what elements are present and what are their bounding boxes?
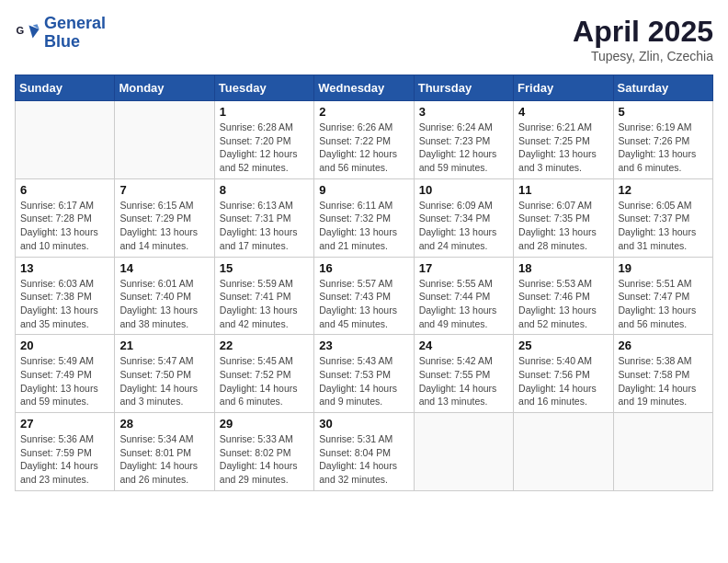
day-number: 18 [518, 261, 608, 275]
day-detail: Sunrise: 6:11 AMSunset: 7:32 PMDaylight:… [319, 199, 408, 253]
calendar-cell-w2-d3: 9Sunrise: 6:11 AMSunset: 7:32 PMDaylight… [314, 178, 414, 257]
header-sunday: Sunday [16, 75, 115, 101]
day-number: 22 [220, 339, 309, 352]
day-number: 8 [220, 183, 309, 197]
day-number: 21 [119, 339, 209, 352]
week-row-1: 1Sunrise: 6:28 AMSunset: 7:20 PMDaylight… [16, 101, 713, 179]
day-detail: Sunrise: 6:19 AMSunset: 7:26 PMDaylight:… [619, 121, 708, 175]
calendar-cell-w1-d1 [115, 101, 214, 179]
calendar-cell-w3-d3: 16Sunrise: 5:57 AMSunset: 7:43 PMDayligh… [314, 257, 414, 335]
day-number: 13 [20, 261, 109, 275]
title-block: April 2025 Tupesy, Zlin, Czechia [573, 15, 713, 63]
day-detail: Sunrise: 5:57 AMSunset: 7:43 PMDaylight:… [319, 277, 408, 331]
day-number: 4 [518, 105, 608, 119]
day-number: 26 [619, 339, 708, 352]
calendar-cell-w5-d6 [613, 413, 712, 491]
calendar-cell-w3-d6: 19Sunrise: 5:51 AMSunset: 7:47 PMDayligh… [613, 257, 712, 335]
day-detail: Sunrise: 6:21 AMSunset: 7:25 PMDaylight:… [518, 121, 608, 175]
day-detail: Sunrise: 6:28 AMSunset: 7:20 PMDaylight:… [220, 121, 309, 175]
location: Tupesy, Zlin, Czechia [573, 49, 713, 63]
calendar-cell-w2-d6: 12Sunrise: 6:05 AMSunset: 7:37 PMDayligh… [613, 178, 712, 257]
calendar-cell-w5-d3: 30Sunrise: 5:31 AMSunset: 8:04 PMDayligh… [314, 413, 414, 491]
calendar-cell-w3-d5: 18Sunrise: 5:53 AMSunset: 7:46 PMDayligh… [514, 257, 613, 335]
day-number: 2 [319, 105, 408, 119]
day-detail: Sunrise: 6:01 AMSunset: 7:40 PMDaylight:… [119, 277, 209, 331]
day-number: 12 [619, 183, 708, 197]
day-detail: Sunrise: 5:49 AMSunset: 7:49 PMDaylight:… [20, 354, 109, 408]
logo-line1: General [44, 14, 106, 32]
day-number: 1 [220, 105, 309, 119]
day-number: 15 [220, 261, 309, 275]
day-detail: Sunrise: 5:45 AMSunset: 7:52 PMDaylight:… [220, 354, 309, 408]
calendar-cell-w4-d6: 26Sunrise: 5:38 AMSunset: 7:58 PMDayligh… [613, 335, 712, 413]
calendar-cell-w5-d2: 29Sunrise: 5:33 AMSunset: 8:02 PMDayligh… [214, 413, 313, 491]
day-number: 5 [619, 105, 708, 119]
day-number: 27 [20, 417, 109, 431]
day-detail: Sunrise: 6:03 AMSunset: 7:38 PMDaylight:… [20, 277, 109, 331]
calendar-cell-w2-d5: 11Sunrise: 6:07 AMSunset: 7:35 PMDayligh… [514, 178, 613, 257]
day-detail: Sunrise: 5:53 AMSunset: 7:46 PMDaylight:… [518, 277, 608, 331]
calendar-cell-w1-d0 [16, 101, 115, 179]
day-detail: Sunrise: 6:15 AMSunset: 7:29 PMDaylight:… [119, 199, 209, 253]
day-detail: Sunrise: 5:59 AMSunset: 7:41 PMDaylight:… [220, 277, 309, 331]
calendar-body: 1Sunrise: 6:28 AMSunset: 7:20 PMDaylight… [16, 101, 713, 491]
day-detail: Sunrise: 5:47 AMSunset: 7:50 PMDaylight:… [119, 354, 209, 408]
day-detail: Sunrise: 6:09 AMSunset: 7:34 PMDaylight:… [419, 199, 508, 253]
day-detail: Sunrise: 6:07 AMSunset: 7:35 PMDaylight:… [518, 199, 608, 253]
header-saturday: Saturday [613, 75, 712, 101]
day-detail: Sunrise: 5:42 AMSunset: 7:55 PMDaylight:… [419, 354, 508, 408]
day-number: 19 [619, 261, 708, 275]
day-detail: Sunrise: 5:33 AMSunset: 8:02 PMDaylight:… [220, 432, 309, 487]
calendar-cell-w1-d5: 4Sunrise: 6:21 AMSunset: 7:25 PMDaylight… [514, 101, 613, 179]
header-wednesday: Wednesday [314, 75, 414, 101]
day-number: 23 [319, 339, 408, 352]
day-detail: Sunrise: 5:36 AMSunset: 7:59 PMDaylight:… [20, 432, 109, 487]
day-detail: Sunrise: 6:17 AMSunset: 7:28 PMDaylight:… [20, 199, 109, 253]
day-detail: Sunrise: 5:31 AMSunset: 8:04 PMDaylight:… [319, 432, 408, 487]
day-detail: Sunrise: 5:55 AMSunset: 7:44 PMDaylight:… [419, 277, 508, 331]
calendar-cell-w2-d0: 6Sunrise: 6:17 AMSunset: 7:28 PMDaylight… [16, 178, 115, 257]
week-row-4: 20Sunrise: 5:49 AMSunset: 7:49 PMDayligh… [16, 335, 713, 413]
day-detail: Sunrise: 5:43 AMSunset: 7:53 PMDaylight:… [319, 354, 408, 408]
header-row: Sunday Monday Tuesday Wednesday Thursday… [16, 75, 713, 101]
day-detail: Sunrise: 6:13 AMSunset: 7:31 PMDaylight:… [220, 199, 309, 253]
day-number: 10 [419, 183, 508, 197]
calendar-cell-w5-d1: 28Sunrise: 5:34 AMSunset: 8:01 PMDayligh… [115, 413, 214, 491]
calendar-cell-w4-d2: 22Sunrise: 5:45 AMSunset: 7:52 PMDayligh… [214, 335, 313, 413]
page-header: G General Blue April 2025 Tupesy, Zlin, … [15, 15, 713, 63]
calendar-cell-w5-d0: 27Sunrise: 5:36 AMSunset: 7:59 PMDayligh… [16, 413, 115, 491]
calendar-cell-w5-d4 [414, 413, 513, 491]
day-number: 29 [220, 417, 309, 431]
day-detail: Sunrise: 6:26 AMSunset: 7:22 PMDaylight:… [319, 121, 408, 175]
day-detail: Sunrise: 5:34 AMSunset: 8:01 PMDaylight:… [119, 432, 209, 487]
logo-text: General Blue [44, 15, 106, 52]
header-monday: Monday [115, 75, 214, 101]
day-number: 3 [419, 105, 508, 119]
calendar-cell-w1-d6: 5Sunrise: 6:19 AMSunset: 7:26 PMDaylight… [613, 101, 712, 179]
calendar-cell-w2-d1: 7Sunrise: 6:15 AMSunset: 7:29 PMDaylight… [115, 178, 214, 257]
header-tuesday: Tuesday [214, 75, 313, 101]
day-number: 16 [319, 261, 408, 275]
calendar-cell-w4-d0: 20Sunrise: 5:49 AMSunset: 7:49 PMDayligh… [16, 335, 115, 413]
calendar-cell-w3-d2: 15Sunrise: 5:59 AMSunset: 7:41 PMDayligh… [214, 257, 313, 335]
calendar-cell-w4-d5: 25Sunrise: 5:40 AMSunset: 7:56 PMDayligh… [514, 335, 613, 413]
svg-text:G: G [16, 25, 24, 36]
header-friday: Friday [514, 75, 613, 101]
day-number: 20 [20, 339, 109, 352]
header-thursday: Thursday [414, 75, 513, 101]
day-number: 30 [319, 417, 408, 431]
calendar-cell-w1-d4: 3Sunrise: 6:24 AMSunset: 7:23 PMDaylight… [414, 101, 513, 179]
day-number: 14 [119, 261, 209, 275]
day-number: 9 [319, 183, 408, 197]
calendar-cell-w3-d4: 17Sunrise: 5:55 AMSunset: 7:44 PMDayligh… [414, 257, 513, 335]
day-detail: Sunrise: 6:05 AMSunset: 7:37 PMDaylight:… [619, 199, 708, 253]
calendar-cell-w4-d4: 24Sunrise: 5:42 AMSunset: 7:55 PMDayligh… [414, 335, 513, 413]
day-number: 25 [518, 339, 608, 352]
month-year: April 2025 [573, 15, 713, 49]
day-detail: Sunrise: 5:38 AMSunset: 7:58 PMDaylight:… [619, 354, 708, 408]
calendar-cell-w2-d2: 8Sunrise: 6:13 AMSunset: 7:31 PMDaylight… [214, 178, 313, 257]
logo-icon: G [15, 20, 40, 46]
day-number: 24 [419, 339, 508, 352]
day-number: 7 [119, 183, 209, 197]
calendar-cell-w4-d3: 23Sunrise: 5:43 AMSunset: 7:53 PMDayligh… [314, 335, 414, 413]
